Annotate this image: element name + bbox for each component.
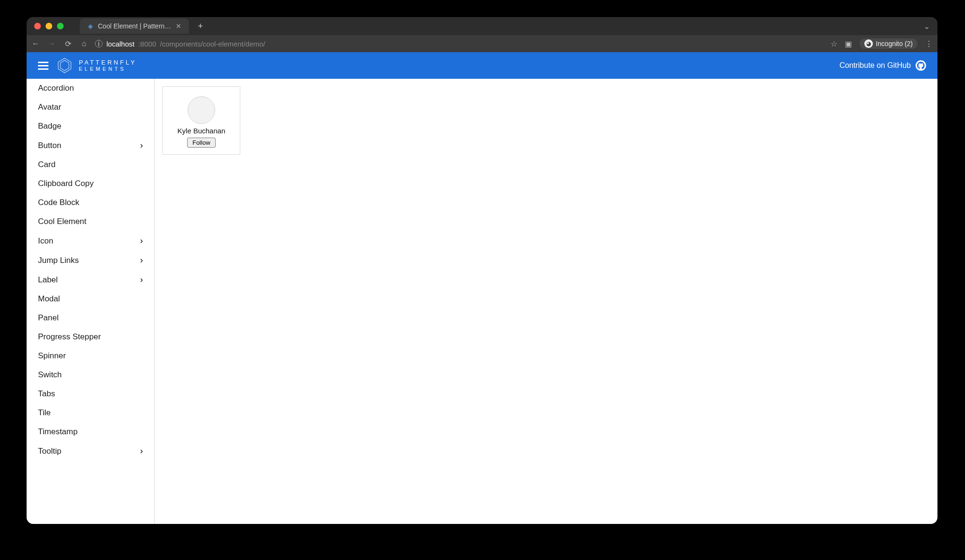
site-header: PATTERNFLY ELEMENTS Contribute on GitHub — [27, 52, 937, 79]
sidebar-item-code-block[interactable]: Code Block — [27, 193, 154, 212]
sidebar-item-jump-links[interactable]: Jump Links› — [27, 251, 154, 270]
chevron-right-icon: › — [140, 236, 143, 246]
sidebar-item-label: Tabs — [38, 389, 55, 399]
sidebar-item-label: Panel — [38, 313, 58, 323]
extensions-icon[interactable]: ▣ — [845, 39, 852, 48]
browser-window: ◈ Cool Element | PatternFly Elem... ✕ + … — [27, 17, 937, 524]
main-content: Kyle Buchanan Follow — [155, 79, 937, 524]
url-bar: ← → ⟳ ⌂ i localhost:8000/components/cool… — [27, 35, 937, 52]
url-path: /components/cool-element/demo/ — [160, 40, 265, 48]
svg-marker-1 — [60, 60, 69, 71]
profile-card: Kyle Buchanan Follow — [162, 86, 240, 155]
sidebar-item-label: Icon — [38, 236, 53, 246]
sidebar-item-label: Accordion — [38, 84, 74, 93]
address-field[interactable]: i localhost:8000/components/cool-element… — [95, 40, 824, 48]
menu-toggle-button[interactable] — [38, 62, 49, 70]
sidebar-item-progress-stepper[interactable]: Progress Stepper — [27, 327, 154, 346]
logo-text-line2: ELEMENTS — [79, 66, 137, 72]
sidebar-item-label: Tooltip — [38, 447, 61, 456]
chevron-right-icon: › — [140, 140, 143, 150]
sidebar-item-label: Clipboard Copy — [38, 179, 94, 188]
window-controls — [34, 23, 64, 29]
forward-button[interactable]: → — [47, 39, 56, 48]
sidebar-item-label: Tile — [38, 408, 51, 418]
tabs-expand-icon[interactable]: ⌄ — [924, 22, 930, 31]
toolbar-right: ☆ ▣ ◕ Incognito (2) ⋮ — [831, 38, 933, 49]
sidebar-item-cool-element[interactable]: Cool Element — [27, 212, 154, 231]
sidebar-item-label[interactable]: Label› — [27, 270, 154, 289]
url-port: :8000 — [138, 40, 156, 48]
github-link-label: Contribute on GitHub — [840, 61, 911, 70]
sidebar-item-accordion[interactable]: Accordion — [27, 79, 154, 98]
sidebar-item-button[interactable]: Button› — [27, 136, 154, 155]
close-window-button[interactable] — [34, 23, 41, 29]
titlebar: ◈ Cool Element | PatternFly Elem... ✕ + … — [27, 17, 937, 35]
sidebar-item-label: Switch — [38, 370, 62, 380]
page-body: AccordionAvatarBadgeButton›CardClipboard… — [27, 79, 937, 524]
sidebar-item-label: Cool Element — [38, 217, 86, 226]
site-logo[interactable]: PATTERNFLY ELEMENTS — [56, 57, 137, 74]
sidebar-item-label: Card — [38, 160, 56, 169]
sidebar-item-label: Code Block — [38, 198, 79, 207]
chevron-right-icon: › — [140, 255, 143, 265]
github-icon — [916, 60, 926, 71]
sidebar-item-label: Avatar — [38, 103, 61, 112]
sidebar-item-label: Label — [38, 275, 58, 285]
page-viewport: PATTERNFLY ELEMENTS Contribute on GitHub… — [27, 52, 937, 524]
avatar — [188, 96, 215, 124]
maximize-window-button[interactable] — [57, 23, 64, 29]
back-button[interactable]: ← — [31, 39, 40, 48]
profile-name: Kyle Buchanan — [178, 127, 226, 135]
browser-tab[interactable]: ◈ Cool Element | PatternFly Elem... ✕ — [80, 19, 189, 34]
github-link[interactable]: Contribute on GitHub — [840, 60, 926, 71]
sidebar-item-timestamp[interactable]: Timestamp — [27, 422, 154, 441]
tab-favicon: ◈ — [86, 22, 94, 30]
sidebar-item-avatar[interactable]: Avatar — [27, 98, 154, 117]
chevron-right-icon: › — [140, 275, 143, 285]
sidebar-item-modal[interactable]: Modal — [27, 289, 154, 308]
sidebar-item-label: Badge — [38, 121, 61, 131]
incognito-icon: ◕ — [864, 39, 873, 48]
sidebar-item-panel[interactable]: Panel — [27, 308, 154, 327]
incognito-label: Incognito (2) — [876, 40, 913, 47]
home-button[interactable]: ⌂ — [80, 39, 88, 48]
logo-text: PATTERNFLY ELEMENTS — [79, 59, 137, 72]
sidebar-item-label: Spinner — [38, 351, 66, 361]
sidebar-item-badge[interactable]: Badge — [27, 117, 154, 136]
sidebar: AccordionAvatarBadgeButton›CardClipboard… — [27, 79, 155, 524]
sidebar-item-label: Jump Links — [38, 256, 79, 265]
new-tab-button[interactable]: + — [194, 21, 207, 31]
sidebar-item-label: Modal — [38, 294, 60, 304]
sidebar-item-tooltip[interactable]: Tooltip› — [27, 441, 154, 461]
sidebar-item-label: Progress Stepper — [38, 332, 101, 342]
sidebar-item-clipboard-copy[interactable]: Clipboard Copy — [27, 174, 154, 193]
sidebar-item-switch[interactable]: Switch — [27, 365, 154, 384]
menu-icon[interactable]: ⋮ — [925, 39, 933, 48]
sidebar-item-spinner[interactable]: Spinner — [27, 346, 154, 365]
sidebar-item-tabs[interactable]: Tabs — [27, 384, 154, 403]
nav-buttons: ← → ⟳ ⌂ — [31, 39, 88, 48]
minimize-window-button[interactable] — [46, 23, 52, 29]
url-host: localhost — [106, 40, 134, 48]
close-tab-icon[interactable]: ✕ — [176, 22, 182, 30]
sidebar-item-tile[interactable]: Tile — [27, 403, 154, 422]
reload-button[interactable]: ⟳ — [64, 39, 72, 48]
sidebar-item-icon[interactable]: Icon› — [27, 231, 154, 251]
bookmark-icon[interactable]: ☆ — [831, 39, 837, 48]
logo-mark-icon — [56, 57, 73, 74]
sidebar-item-label: Timestamp — [38, 427, 77, 437]
sidebar-item-card[interactable]: Card — [27, 155, 154, 174]
site-info-icon[interactable]: i — [95, 40, 103, 47]
tab-title: Cool Element | PatternFly Elem... — [98, 22, 172, 30]
sidebar-item-label: Button — [38, 141, 61, 150]
follow-button[interactable]: Follow — [187, 138, 216, 148]
logo-text-line1: PATTERNFLY — [79, 59, 137, 66]
chevron-right-icon: › — [140, 446, 143, 456]
incognito-badge[interactable]: ◕ Incognito (2) — [860, 38, 918, 49]
